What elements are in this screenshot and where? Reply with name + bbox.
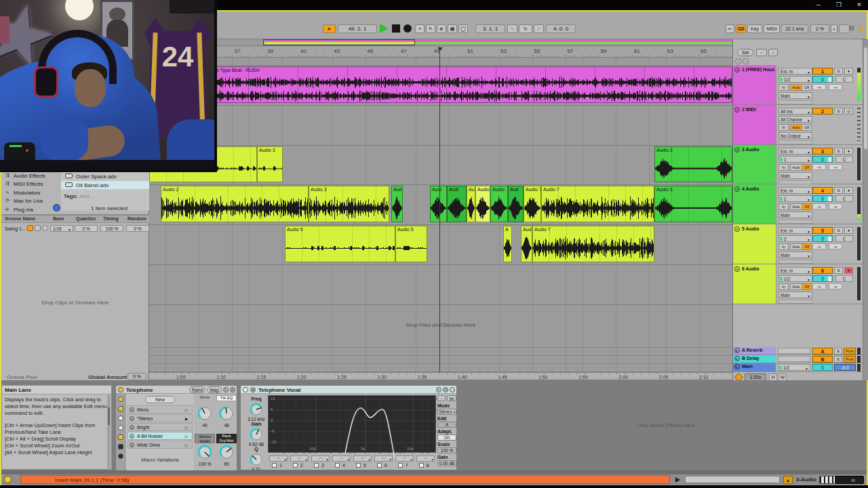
hot-swap-icon[interactable]: ↻	[223, 387, 229, 392]
send-1[interactable]: -∞	[829, 164, 842, 170]
computer-midi-keyboard-button[interactable]: ⌨	[736, 24, 746, 33]
main-track-header[interactable]: ▸Main1/2▼0-6.0	[733, 363, 863, 372]
volume-display[interactable]: 0	[812, 156, 833, 163]
return-number-button[interactable]: A	[812, 348, 833, 354]
device-on-icon[interactable]	[118, 387, 123, 392]
right-scrollbar[interactable]	[863, 39, 868, 380]
eq-hot-swap-icon[interactable]: ↻	[436, 387, 441, 392]
status-play-icon[interactable]	[675, 477, 680, 483]
variation-item[interactable]: ●Bright▷	[127, 423, 193, 431]
pan-dial[interactable]: C	[835, 156, 853, 163]
send-0[interactable]: -∞	[812, 164, 826, 170]
track-header[interactable]: ▾4 AudioExt. In▼1▼InAutoOffMain▼4S●0C-∞-…	[733, 184, 863, 224]
track-collapse-icon[interactable]: ▾	[734, 147, 740, 152]
tags-add-placeholder[interactable]: Add...	[79, 193, 94, 199]
input-channel-select[interactable]: All Channe▼	[778, 116, 812, 123]
browser-file-item[interactable]: Oil Barrel.adv	[61, 181, 149, 189]
return-solo-button[interactable]: S	[834, 356, 842, 363]
send-1[interactable]: -∞	[829, 84, 842, 90]
monitor-in-button[interactable]: In	[778, 84, 789, 91]
eq-output-gain-value[interactable]: 0.00 dB	[437, 460, 456, 466]
eq-adaptq-button[interactable]: On	[437, 434, 456, 441]
send-0[interactable]: -∞	[812, 203, 826, 209]
eq-save-icon[interactable]: ⊟	[443, 387, 448, 392]
filter-type-select[interactable]: ◠▾	[332, 455, 351, 462]
input-type-select[interactable]: Ext. In▼	[778, 68, 812, 75]
macro-fold-icon[interactable]	[118, 434, 123, 440]
zoom-out-icon[interactable]	[118, 425, 123, 430]
monitor-auto-button[interactable]: Auto	[790, 283, 802, 290]
return-solo-button[interactable]: S	[834, 348, 842, 354]
track-header[interactable]: ▾1 [FREE] HousExt. In▼1/2▼InAutoOffMain▼…	[733, 65, 863, 105]
input-type-select[interactable]: Ext. In▼	[778, 148, 812, 155]
set-locator-button[interactable]: Set	[737, 49, 753, 56]
scrollbar-thumb[interactable]	[864, 47, 867, 149]
new-variation-button[interactable]: New	[145, 396, 175, 403]
output-select[interactable]: Main▼	[778, 251, 812, 258]
output-select[interactable]: Main▼	[778, 172, 812, 179]
midi-map-button[interactable]: MIDI	[764, 24, 780, 33]
pan-dial[interactable]: C	[835, 76, 853, 83]
track-number-button[interactable]: 2	[812, 108, 833, 115]
arrangement-position-display[interactable]: 49. 2. 1	[338, 24, 377, 33]
map-button[interactable]: Map	[207, 386, 222, 393]
groove-phase-icon[interactable]	[42, 225, 48, 231]
global-amount-value[interactable]: 0 %	[127, 373, 146, 380]
macro-knob-1[interactable]	[218, 405, 235, 422]
send-1[interactable]: -∞	[829, 203, 842, 209]
variation-item[interactable]: ●A Bit Noisier▷	[127, 432, 193, 440]
volume-display[interactable]: 0	[812, 195, 833, 202]
pan-dial[interactable]: C	[835, 275, 853, 282]
input-type-select[interactable]: All Ins▼	[778, 108, 812, 115]
track-number-button[interactable]: 5	[812, 227, 833, 234]
monitor-auto-button[interactable]: Auto	[790, 203, 802, 210]
menu-icon[interactable]: ☰	[858, 24, 865, 33]
eq-scale-value[interactable]: 100 %	[437, 447, 456, 453]
monitor-off-button[interactable]: Off	[802, 124, 812, 131]
track-header[interactable]: ▾3 AudioExt. In▼1▼InAutoOffMain▼3S●0C-∞-…	[733, 145, 863, 184]
eq-edit-button[interactable]: A	[437, 422, 456, 428]
loop-button[interactable]: ↻	[519, 24, 532, 33]
filter-type-select[interactable]: ◠▾	[416, 455, 435, 462]
output-select[interactable]: Main▼	[778, 291, 812, 298]
track-collapse-icon[interactable]: ▾	[734, 186, 740, 192]
devices-icon[interactable]	[118, 453, 123, 459]
filter-type-select[interactable]: ◠▾	[353, 455, 372, 462]
track-name-cell[interactable]: ▾6 Audio	[733, 264, 776, 304]
pan-dial[interactable]: C	[835, 235, 853, 242]
send-0[interactable]: -∞	[812, 243, 826, 249]
track-collapse-icon[interactable]: ▾	[734, 67, 740, 73]
macro-knob-3[interactable]	[218, 444, 235, 460]
browser-file-item[interactable]: Outer Space.adv	[61, 172, 149, 180]
filter-type-select[interactable]: ◠▾	[374, 455, 393, 462]
telephone-title-bar[interactable]: Telephone Rand Map ↻ ⊟	[116, 386, 237, 394]
variation-launch-icon[interactable]: ▷	[185, 425, 189, 430]
filter-type-select[interactable]: ◠▾	[395, 455, 414, 462]
band-checkbox[interactable]	[377, 463, 382, 468]
main-cue-out-select[interactable]: 1/2▼	[778, 364, 810, 371]
groove-quantize-value[interactable]: 0 %	[75, 225, 98, 232]
overview-viewport-box[interactable]	[263, 39, 415, 45]
input-type-select[interactable]: Ext. In▼	[778, 187, 812, 194]
return-track-header[interactable]: ▸A ReverbASPost	[733, 347, 863, 355]
key-map-button[interactable]: Key	[747, 24, 762, 33]
monitor-auto-button[interactable]: Auto	[790, 84, 802, 91]
track-name-cell[interactable]: ▾4 Audio	[733, 184, 776, 224]
track-header[interactable]: ▾2 MIDIAll Ins▼All Channe▼InAutoOffNo Ou…	[733, 105, 863, 145]
solo-button[interactable]: S	[834, 108, 843, 115]
loop-start-display[interactable]: 3. 1. 1	[475, 24, 505, 33]
track-collapse-icon[interactable]: ▾	[734, 266, 740, 272]
eq-title-bar[interactable]: ⊕ Telephone Vocal ↻ ⊟ ⋯	[241, 386, 456, 394]
sidebar-item-max-for-live[interactable]: ⟳Max for Live	[4, 197, 61, 205]
variation-item[interactable]: ●Wide Drive▷	[127, 441, 193, 449]
monitor-auto-button[interactable]: Auto	[790, 243, 802, 250]
arm-button[interactable]: ●	[844, 227, 853, 234]
arm-button[interactable]: ●	[844, 148, 853, 155]
monitor-off-button[interactable]: Off	[802, 84, 812, 91]
input-channel-select[interactable]: 1/2▼	[778, 275, 812, 282]
variation-launch-icon[interactable]: ▷	[185, 407, 189, 412]
scroll-down-button[interactable]: ˅	[743, 58, 749, 64]
groove-base-select[interactable]: 1/16▼	[50, 225, 73, 232]
scroll-up-button[interactable]: ˄	[735, 58, 741, 64]
main-meter-display[interactable]: -6.0	[834, 364, 856, 371]
